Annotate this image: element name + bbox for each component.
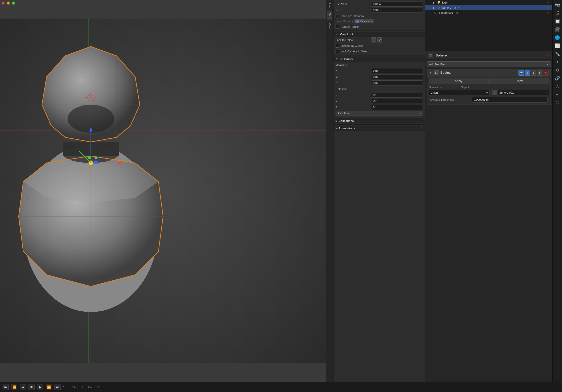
annotations-dots: ⋮⋮	[418, 127, 423, 130]
local-camera-tag-checkbox[interactable]	[355, 20, 359, 23]
mod-apply-btn[interactable]: Apply	[429, 78, 488, 84]
sidebar-icon-particles[interactable]: ✦	[554, 58, 561, 66]
sidebar-icon-output[interactable]: 🖨	[554, 9, 561, 17]
cursor-3d-header[interactable]: ▼ 3D Cursor ⋮⋮	[334, 56, 425, 62]
viewport[interactable]: 1	[0, 0, 326, 382]
outliner-item-sphere001[interactable]: ▽ Sphere.001 ⊵ 👁	[425, 10, 552, 15]
overlap-row: Overlap Threshold: 0.000001 m	[429, 96, 549, 103]
n-tab-item[interactable]: Item	[327, 1, 332, 10]
render-region-checkbox[interactable]	[336, 25, 339, 28]
sphere-filter2[interactable]: ⊳	[457, 6, 460, 9]
lock-to-3d-cursor-checkbox[interactable]	[336, 44, 339, 48]
cursor-3d-section: ▼ 3D Cursor ⋮⋮ Location: X: 0 m Y: 0 m Z…	[334, 55, 425, 117]
outliner: ▶ 💡 Light 👁 ▶ ▽ Sphere ⊵ ⊳ 👁 ▽ Sphere.00…	[425, 0, 552, 51]
close-dot[interactable]	[2, 2, 5, 5]
object-field[interactable]: Sphere.001 ✕	[498, 90, 549, 95]
n-tab-tool[interactable]: Tool	[327, 11, 332, 20]
clip-end-value[interactable]: 1000 m	[371, 8, 423, 13]
sidebar-icon-constraints[interactable]: 🔗	[554, 74, 561, 82]
mod-icon: ⊞	[434, 70, 439, 75]
lock-to-object-icon[interactable]: ⬛	[371, 37, 376, 42]
operation-value-field[interactable]: Union ▾	[429, 90, 489, 95]
sphere001-filter1[interactable]: ⊵	[456, 11, 458, 14]
sphere001-hide[interactable]: 👁	[547, 11, 550, 14]
use-local-camera-checkbox[interactable]	[336, 14, 339, 18]
prop-header: 🎬 Sphere ⤢	[425, 51, 552, 60]
cursor-rz-value[interactable]: 0°	[371, 105, 423, 110]
sidebar-icon-render[interactable]: 📷	[554, 1, 561, 9]
cursor-x-value[interactable]: 0 m	[371, 68, 423, 73]
use-local-camera-label: Use Local Camera	[341, 14, 364, 18]
modifier-section: Add Modifier ▾ ▼ ⊞ Boolean 📷 🖥 ▲ ▼	[425, 60, 552, 106]
mod-viewport-btn[interactable]: 🖥	[525, 70, 530, 76]
cursor-rz-row: Z: 0°	[334, 104, 425, 110]
timeline-play[interactable]: ▶	[37, 384, 43, 390]
cursor-z-value[interactable]: 0 m	[371, 80, 423, 85]
prop-maximize[interactable]: ⤢	[547, 53, 550, 57]
sidebar-icon-scene[interactable]: 🎬	[554, 25, 561, 33]
object-clear[interactable]: ✕	[545, 91, 547, 94]
timeline-jump-end[interactable]: ⏭	[54, 384, 61, 390]
sidebar-icon-shaderfx[interactable]: ⬡	[554, 99, 561, 106]
lock-to-object-arrow-btn[interactable]: ↗	[377, 37, 382, 42]
mod-copy-btn[interactable]: Copy	[489, 78, 549, 84]
sidebar-icon-material[interactable]: ●	[554, 91, 561, 98]
light-hide[interactable]: 👁	[547, 1, 550, 4]
sidebar-icon-object[interactable]: ⬜	[554, 42, 561, 49]
collections-header[interactable]: ▶ Collections ⋮⋮	[334, 118, 425, 123]
mod-render-btn[interactable]: 📷	[518, 70, 524, 76]
n-tab-view[interactable]: View	[327, 21, 332, 31]
rotation-mode-dropdown[interactable]: XYZ Euler ▾	[336, 111, 423, 115]
end-label: End:	[88, 386, 94, 389]
add-modifier-button[interactable]: Add Modifier ▾	[427, 61, 551, 67]
outliner-item-sphere[interactable]: ▶ ▽ Sphere ⊵ ⊳ 👁	[425, 5, 552, 10]
timeline-jump-start[interactable]: ⏮	[3, 384, 9, 390]
end-value: 250	[96, 386, 101, 389]
sidebar-icon-world[interactable]: 🌐	[554, 34, 561, 41]
timeline-step-back[interactable]: ⏪	[11, 384, 17, 390]
prop-icon-scene[interactable]: 🎬	[428, 52, 434, 58]
clip-section: Clip Start 0.01 m End 1000 m Use Local C…	[334, 0, 425, 31]
local-camera-close[interactable]: ✕	[370, 20, 372, 23]
mod-close-btn[interactable]: ✕	[543, 70, 549, 76]
render-region-label: Render Region	[341, 25, 359, 28]
lock-to-object-label: Lock to Object	[336, 38, 371, 41]
timeline-stop[interactable]: ⏹	[28, 384, 35, 390]
cursor-rx-value[interactable]: 0°	[371, 93, 423, 98]
svg-rect-57	[94, 161, 98, 164]
cursor-y-label: Y:	[336, 75, 371, 78]
clip-start-row: Clip Start 0.01 m	[334, 1, 425, 7]
minimize-dot[interactable]	[7, 2, 10, 5]
sidebar-icon-physics[interactable]: ⚙	[554, 66, 561, 74]
view-lock-header[interactable]: ▼ View Lock	[334, 32, 425, 37]
n-panel: Clip Start 0.01 m End 1000 m Use Local C…	[333, 0, 425, 382]
sidebar-icon-modifier[interactable]: 🔧	[554, 50, 561, 57]
annotations-header[interactable]: ▶ Annotations ⋮⋮	[334, 126, 425, 131]
n-tab-strip: Item Tool View	[326, 0, 333, 382]
collections-section: ▶ Collections ⋮⋮	[334, 117, 425, 125]
add-modifier-label: Add Modifier	[429, 63, 445, 66]
annotations-arrow: ▶	[336, 127, 338, 130]
sidebar-icon-view-layer[interactable]: 🔲	[554, 17, 561, 25]
local-camera-tag[interactable]: Camera ✕	[354, 19, 374, 23]
start-label: Start:	[72, 386, 79, 389]
lock-camera-to-view-checkbox[interactable]	[336, 50, 339, 53]
timeline-play-back[interactable]: ◀	[20, 384, 26, 390]
sidebar-icon-data[interactable]: △	[554, 82, 561, 90]
mod-up-btn[interactable]: ▲	[531, 70, 536, 76]
outliner-item-light[interactable]: ▶ 💡 Light 👁	[425, 0, 552, 5]
mod-down-btn[interactable]: ▼	[537, 70, 542, 76]
rotation-mode-value: XYZ Euler	[338, 112, 351, 115]
sphere-icon: ▽	[437, 6, 441, 10]
clip-start-value[interactable]: 0.01 m	[371, 2, 423, 7]
mod-collapse-arrow[interactable]: ▼	[429, 71, 432, 75]
sphere-hide[interactable]: 👁	[547, 6, 550, 9]
overlap-value[interactable]: 0.000001 m	[472, 97, 547, 103]
cursor-ry-value[interactable]: -0°	[371, 99, 423, 104]
lock-to-3d-cursor-label: Lock to 3D Cursor	[341, 44, 363, 47]
maximize-dot[interactable]	[12, 2, 15, 5]
timeline-step-forward[interactable]: ⏩	[46, 384, 52, 390]
cursor-y-value[interactable]: 0 m	[371, 74, 423, 79]
cursor-rx-label: X:	[336, 94, 371, 97]
sphere-filter1[interactable]: ⊵	[454, 6, 456, 9]
